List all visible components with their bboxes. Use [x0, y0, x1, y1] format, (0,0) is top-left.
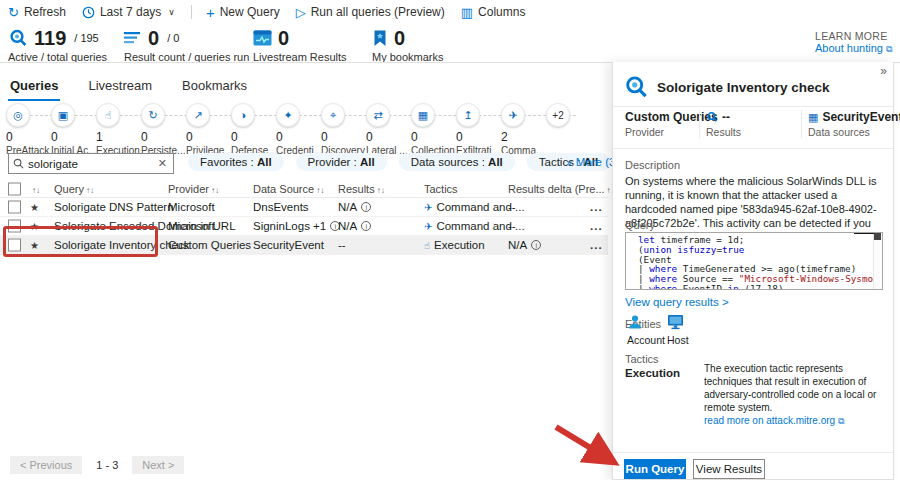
header-results-delta[interactable]: Results delta (Pre...↑↓ — [508, 183, 615, 195]
row-more-button[interactable]: ... — [590, 201, 603, 213]
tactic-credential-access[interactable]: ✦ 0 Credenti... — [276, 103, 321, 156]
table-row-selected[interactable]: ★ Solorigate Inventory check Custom Quer… — [0, 236, 608, 255]
row-checkbox[interactable] — [8, 201, 21, 214]
table-row[interactable]: ★ Solorigate Encoded Domain in URL Micro… — [0, 217, 608, 236]
row-more-button[interactable]: ... — [590, 239, 603, 251]
host-icon — [667, 314, 684, 330]
query-tactics: ☝Execution — [424, 239, 485, 251]
learn-more-title: LEARN MORE — [815, 30, 892, 42]
query-detail-panel: » Solorigate Inventory check Custom Quer… — [612, 62, 894, 480]
tab-livestream[interactable]: Livestream — [86, 74, 154, 101]
tactic-command-and-control[interactable]: ✈ 2 Comma... — [501, 103, 546, 156]
header-query[interactable]: Query↑↓ — [54, 183, 94, 195]
time-range-dropdown[interactable]: Last 7 days ∨ — [82, 5, 175, 19]
stat-livestream: 0 Livestream Results — [253, 28, 347, 63]
tactic-count: 0 — [321, 130, 366, 144]
lateral-movement-icon: ⇄ — [373, 110, 382, 121]
tab-bookmarks[interactable]: Bookmarks — [180, 74, 249, 101]
stat-result-count: 0 / 0 Result count / queries run — [124, 28, 249, 63]
tactic-count: 0 — [366, 130, 411, 144]
bookmarks-icon — [372, 30, 388, 47]
clock-icon — [82, 6, 95, 19]
stat-sub-value: / 0 — [167, 32, 179, 44]
search-input[interactable] — [28, 158, 156, 170]
tactic-overflow-button[interactable]: +2 — [546, 103, 570, 127]
refresh-button[interactable]: ↻ Refresh — [8, 5, 66, 19]
clear-search-icon[interactable]: ✕ — [156, 157, 169, 170]
view-query-results-link[interactable]: View query results > — [625, 296, 729, 308]
entity-label: Host — [667, 334, 707, 346]
tactic-count: 0 — [51, 130, 96, 144]
hunting-queries-icon — [8, 28, 28, 48]
favorite-sort-header[interactable]: ↑↓ — [30, 183, 40, 195]
tactic-preattack[interactable]: ◎ 0 PreAttack — [6, 103, 51, 156]
tactic-privilege-escalation[interactable]: ↗ 0 Privilege... — [186, 103, 231, 156]
query-code-box[interactable]: let timeframe = 1d;(union isfuzzy=true(E… — [625, 232, 883, 290]
row-checkbox[interactable] — [8, 220, 21, 233]
info-icon[interactable]: i — [531, 240, 541, 250]
filter-provider[interactable]: Provider : All — [296, 153, 387, 171]
more-filters-link[interactable]: ∨ More (3) — [564, 156, 619, 168]
tactic-persistence[interactable]: ↻ 0 Persiste... — [141, 103, 186, 156]
refresh-icon: ↻ — [8, 6, 19, 19]
next-page-button[interactable]: Next > — [132, 456, 184, 474]
discovery-icon: ⌖ — [330, 110, 336, 121]
columns-button[interactable]: ▥ Columns — [461, 5, 526, 19]
about-hunting-link[interactable]: About hunting ⧉ — [815, 42, 892, 54]
previous-page-button[interactable]: < Previous — [10, 456, 82, 474]
query-data-source: DnsEvents — [253, 201, 309, 213]
header-provider[interactable]: Provider↑↓ — [168, 183, 219, 195]
play-icon: ▷ — [296, 6, 306, 19]
filter-favorites[interactable]: Favorites : All — [188, 153, 284, 171]
run-query-button[interactable]: Run Query — [624, 459, 686, 479]
query-results-delta: -- — [508, 201, 516, 213]
meta-data-sources: ▦ SecurityEvent Data sources — [808, 110, 900, 138]
code-scrollbar[interactable] — [873, 233, 882, 289]
info-icon[interactable]: i — [361, 202, 371, 212]
code-scrollbar-thumb[interactable] — [874, 233, 881, 240]
tactic-exfiltration[interactable]: ↥ 0 Exfiltrati... — [456, 103, 501, 156]
header-data-source[interactable]: Data Source↑↓ — [253, 183, 324, 195]
description-label: Description — [625, 159, 680, 171]
tactic-count: 0 — [231, 130, 276, 144]
tactic-collection[interactable]: ▦ 0 Collection — [411, 103, 456, 156]
tactics-label: Tactics — [625, 353, 659, 365]
query-data-source: SigninLogs +1i — [253, 220, 340, 232]
tactic-lateral-movement[interactable]: ⇄ 0 Lateral ... — [366, 103, 411, 156]
exfiltration-icon: ↥ — [463, 110, 472, 121]
code-overview-ruler — [854, 232, 874, 234]
row-checkbox[interactable] — [8, 239, 21, 252]
collapse-panel-icon[interactable]: » — [880, 64, 887, 78]
attack-chain: ◎ 0 PreAttack ▣ 0 Initial Ac... ☝ 1 Exec… — [6, 103, 606, 151]
info-icon[interactable]: i — [361, 221, 371, 231]
tactic-initial-access[interactable]: ▣ 0 Initial Ac... — [51, 103, 96, 156]
meta-divider — [801, 110, 802, 138]
query-name[interactable]: Solorigate DNS Pattern — [54, 201, 174, 213]
favorite-star-icon[interactable]: ★ — [30, 202, 39, 213]
query-results-delta: N/Ai — [508, 239, 541, 251]
row-more-button[interactable]: ... — [590, 220, 603, 232]
stats-bar: 119 / 195 Active / total queries 0 / 0 R… — [0, 26, 900, 62]
run-all-queries-button[interactable]: ▷ Run all queries (Preview) — [296, 5, 445, 19]
chevron-down-icon: ∨ — [168, 7, 175, 17]
preattack-icon: ◎ — [13, 110, 23, 121]
view-tabs: Queries Livestream Bookmarks — [8, 74, 249, 101]
header-tactics[interactable]: Tactics — [424, 183, 458, 195]
credential-access-icon: ✦ — [283, 110, 292, 121]
favorite-star-icon[interactable]: ★ — [30, 221, 39, 232]
filter-bar: ✕ Favorites : All Provider : All Data so… — [8, 153, 608, 175]
tactic-execution[interactable]: ☝ 1 Execution — [96, 103, 141, 156]
tab-queries[interactable]: Queries — [8, 74, 60, 101]
favorite-star-icon[interactable]: ★ — [30, 240, 39, 251]
new-query-button[interactable]: + New Query — [206, 5, 280, 20]
filter-data-sources[interactable]: Data sources : All — [399, 153, 515, 171]
command-and-control-icon: ✈ — [424, 221, 432, 232]
stat-value: 0 — [278, 28, 289, 48]
select-all-checkbox[interactable] — [8, 182, 21, 195]
view-results-button[interactable]: View Results — [693, 459, 765, 479]
tactic-defense-evasion[interactable]: ◑ 0 Defense ... — [231, 103, 276, 156]
table-row[interactable]: ★ Solorigate DNS Pattern Microsoft DnsEv… — [0, 198, 608, 217]
tactic-discovery[interactable]: ⌖ 0 Discovery — [321, 103, 366, 156]
mitre-link[interactable]: read more on attack.mitre.org ⧉ — [704, 415, 844, 426]
header-results[interactable]: Results↑↓ — [338, 183, 385, 195]
